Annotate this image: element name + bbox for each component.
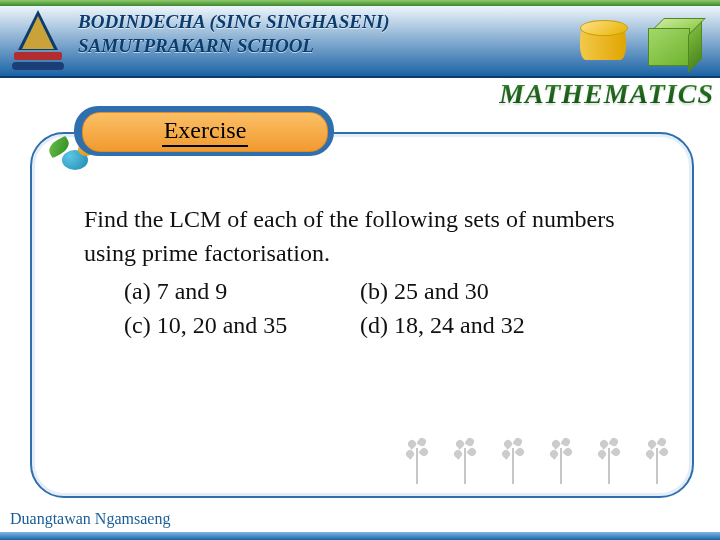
school-title: BODINDECHA (SING SINGHASENI) SAMUTPRAKAR… xyxy=(78,10,389,58)
wheat-icon xyxy=(448,438,482,484)
author-name: Duangtawan Ngamsaeng xyxy=(10,510,170,528)
wheat-icon xyxy=(400,438,434,484)
question-text: Find the LCM of each of the following se… xyxy=(84,202,652,270)
exercise-badge-label: Exercise xyxy=(162,117,249,147)
wheat-icon xyxy=(592,438,626,484)
wheat-icon xyxy=(544,438,578,484)
cylinder-icon xyxy=(580,20,626,60)
subject-title: MATHEMATICS xyxy=(499,78,714,110)
footer-bar xyxy=(0,532,720,540)
school-logo xyxy=(12,10,64,70)
wheat-icon xyxy=(640,438,674,484)
option-d: (d) 18, 24 and 32 xyxy=(360,308,525,342)
school-name-line2: SAMUTPRAKARN SCHOOL xyxy=(78,34,389,58)
content-card: Exercise Find the LCM of each of the fol… xyxy=(30,132,694,498)
options-row-1: (a) 7 and 9 (b) 25 and 30 xyxy=(124,274,525,308)
slide: BODINDECHA (SING SINGHASENI) SAMUTPRAKAR… xyxy=(0,0,720,540)
option-c: (c) 10, 20 and 35 xyxy=(124,308,360,342)
options-block: (a) 7 and 9 (b) 25 and 30 (c) 10, 20 and… xyxy=(124,274,525,342)
exercise-badge: Exercise xyxy=(82,112,328,152)
options-row-2: (c) 10, 20 and 35 (d) 18, 24 and 32 xyxy=(124,308,525,342)
option-a: (a) 7 and 9 xyxy=(124,274,360,308)
cube-icon xyxy=(642,16,704,66)
option-b: (b) 25 and 30 xyxy=(360,274,489,308)
wheat-decoration xyxy=(400,434,674,484)
header-3d-shapes xyxy=(552,8,712,68)
wheat-icon xyxy=(496,438,530,484)
slide-header: BODINDECHA (SING SINGHASENI) SAMUTPRAKAR… xyxy=(0,0,720,76)
school-name-line1: BODINDECHA (SING SINGHASENI) xyxy=(78,10,389,34)
